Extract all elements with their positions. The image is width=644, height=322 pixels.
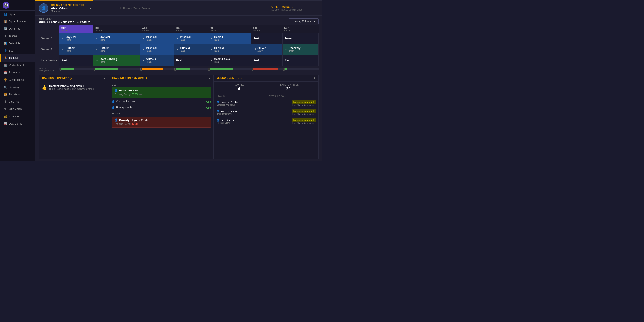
- session-cell-day2-s2[interactable]: ▲ Outfield Team: [93, 44, 140, 55]
- manager-dropdown[interactable]: ▼: [87, 7, 94, 10]
- session-cell-day4-s3[interactable]: Rest: [174, 55, 208, 66]
- sidebar-item-transfers[interactable]: 🔁 Transfers: [0, 91, 35, 98]
- risk-expand-icon[interactable]: ▼: [285, 95, 287, 98]
- sidebar-item-club-vision[interactable]: 👁 Club Vision: [0, 106, 35, 113]
- medical-table-header: PLAYER ⬆ OVERALL RISK ▼: [214, 94, 318, 99]
- mid-player-name: Heung-Min Son: [116, 106, 134, 109]
- training-responsibilities: 👤 TRAINING RESPONSIBILITIES Alex Mitton …: [36, 1, 322, 16]
- sidebar-icon-tactics: ♟: [4, 34, 7, 38]
- sidebar-item-training[interactable]: 🏃 Training: [0, 54, 35, 62]
- session-sub: Team: [289, 50, 300, 52]
- tactic-selector[interactable]: No Primary Tactic Selected: [119, 4, 264, 13]
- session-name: Physical: [146, 46, 157, 50]
- training-calendar-button[interactable]: Training Calendar ❯: [289, 18, 318, 24]
- session-icon: ▲: [210, 48, 213, 51]
- worst-rating-val: 6.60: [132, 122, 138, 126]
- sidebar-item-squad[interactable]: 👥 Squad: [0, 10, 35, 18]
- session-cell-day5-s3[interactable]: ▲ Match Focus Team: [208, 55, 251, 66]
- happiness-icon: 👍: [42, 85, 47, 90]
- session-cell-day7-s2[interactable]: ↔ Recovery Team: [282, 44, 318, 55]
- mid-player-rating: 7.60: [206, 106, 211, 109]
- worst-player-card: 👤 Brooklyn Lyons-Foster Training Rating …: [112, 116, 211, 128]
- worst-rating-row: Training Rating 6.60 —: [115, 122, 208, 126]
- other-tactics-text: No other Tactics being trained: [271, 8, 318, 11]
- sidebar-icon-finances: 💰: [4, 115, 7, 118]
- session-icon: ↔: [285, 48, 288, 51]
- session-name: Team Bonding: [100, 58, 117, 60]
- sidebar-label-medical-centre: Medical Centre: [9, 64, 26, 67]
- session-cell-day5-s2[interactable]: ▲ Outfield Team: [208, 44, 251, 55]
- performance-header: TRAINING PERFORMANCE ❯ ▼: [109, 75, 214, 82]
- week-title: PRE-SEASON - NORMAL - EARLY: [39, 20, 90, 24]
- session-label-3: Extra Session: [39, 55, 59, 66]
- session-cell-day3-s3[interactable]: ▲ Outfield Team: [140, 55, 174, 66]
- session-cell-day4-s1[interactable]: ▲ Physical Team: [174, 33, 208, 44]
- session-cell-day2-s3[interactable]: ↔ Team Bonding Team: [93, 55, 140, 66]
- performance-title[interactable]: TRAINING PERFORMANCE ❯: [112, 77, 147, 80]
- session-sub: Team: [100, 61, 117, 63]
- sidebar-item-scouting[interactable]: 🔍 Scouting: [0, 84, 35, 91]
- at-risk-label: PLAYERS AT RISK: [279, 84, 298, 86]
- session-cell-day7-s3[interactable]: Rest: [282, 55, 318, 66]
- session-name: Rest: [253, 37, 259, 40]
- intensity-bar-day6: [251, 66, 282, 72]
- day-header-thu: Thu6th Jul: [174, 25, 208, 33]
- session-name: SC Verl: [258, 46, 266, 50]
- day-header-sat: Sat8th Jul: [251, 25, 282, 33]
- sidebar-icon-transfers: 🔁: [4, 93, 7, 96]
- happiness-detail: Hugo Lloris, Eric Dier and twenty-six ot…: [49, 88, 94, 90]
- sidebar-item-staff[interactable]: 👤 Staff: [0, 47, 35, 54]
- session-cell-day2-s1[interactable]: ▲ Physical Team: [93, 33, 140, 44]
- session-label-2: Session 2: [39, 44, 59, 55]
- sidebar-item-club-info[interactable]: ℹ Club Info: [0, 98, 35, 106]
- session-cell-day6-s1[interactable]: Rest: [251, 33, 282, 44]
- session-label-1: Session 1: [39, 33, 59, 44]
- session-cell-day5-s1[interactable]: ▲ Overall Team: [208, 33, 251, 44]
- happiness-title[interactable]: TRAINING HAPPINESS ❯: [42, 77, 72, 80]
- session-cell-day6-s2[interactable]: 🛡 SC Verl Away: [251, 44, 282, 55]
- risk-row-1: 👤 Yves Bissouma Important Player Increas…: [214, 108, 318, 117]
- session-cell-day1-s1[interactable]: ▲ Physical Team: [59, 33, 93, 44]
- session-sub: Team: [66, 50, 75, 52]
- sidebar-label-squad: Squad: [9, 13, 16, 16]
- manager-name: Alex Mitton: [51, 6, 84, 10]
- sidebar-label-competitions: Competitions: [9, 78, 24, 81]
- session-cell-day1-s2[interactable]: ▲ Outfield Team: [59, 44, 93, 55]
- risk-badge: Increased injury risk: [292, 109, 316, 113]
- player-icon-mid: 👤: [112, 100, 115, 103]
- session-cell-day4-s2[interactable]: ▲ Outfield Team: [174, 44, 208, 55]
- medical-expand[interactable]: ▼: [313, 77, 316, 80]
- sidebar-item-competitions[interactable]: 🏆 Competitions: [0, 76, 35, 84]
- sidebar-item-tactics[interactable]: ♟ Tactics: [0, 32, 35, 40]
- sidebar-item-schedule[interactable]: 📅 Schedule: [0, 69, 35, 76]
- session-sub: Away: [258, 50, 266, 52]
- day-header-wed: Wed5th Jul: [140, 25, 174, 33]
- sidebar-item-squad-planner[interactable]: 📋 Squad Planner: [0, 18, 35, 25]
- medical-title[interactable]: MEDICAL CENTRE ❯: [216, 77, 242, 80]
- session-icon: ▲: [142, 59, 145, 62]
- session-cell-day3-s2[interactable]: ▲ Physical Team: [140, 44, 174, 55]
- risk-badge: Increased injury risk: [292, 100, 316, 104]
- session-cell-day7-s1[interactable]: Travel: [282, 33, 318, 44]
- best-rating-dash: —: [139, 93, 142, 96]
- session-name: Rest: [62, 59, 67, 62]
- happiness-collapse[interactable]: ▼: [103, 77, 106, 80]
- session-cell-day3-s1[interactable]: ▲ Physical Team: [140, 33, 174, 44]
- other-tactics-label[interactable]: OTHER TACTICS ❯: [271, 6, 318, 8]
- session-cell-day1-s3[interactable]: Rest: [59, 55, 93, 66]
- sidebar-item-dev-centre[interactable]: 📈 Dev. Centre: [0, 120, 35, 127]
- this-week-label: THIS WEEK: [39, 18, 90, 20]
- tr-divider: [115, 4, 115, 13]
- performance-collapse[interactable]: ▼: [208, 77, 211, 80]
- training-happiness-panel: TRAINING HAPPINESS ❯ ▼ 👍 Content with tr…: [39, 75, 109, 159]
- sidebar-item-data-hub[interactable]: 📊 Data Hub: [0, 40, 35, 47]
- sidebar-item-dynamics[interactable]: 🔄 Dynamics: [0, 25, 35, 32]
- session-cell-day6-s3[interactable]: Rest: [251, 55, 282, 66]
- session-name: Rest: [285, 59, 290, 62]
- sidebar-item-finances[interactable]: 💰 Finances: [0, 113, 35, 120]
- manager-info: TRAINING RESPONSIBILITIES Alex Mitton Ma…: [51, 4, 84, 12]
- sidebar-item-medical-centre[interactable]: 🏥 Medical Centre: [0, 62, 35, 69]
- injuries-label: INJURIES: [234, 84, 244, 86]
- training-grid: Mon3rd JulTue4th JulWed5th JulThu6th Jul…: [36, 25, 322, 75]
- session-icon: ▲: [142, 48, 145, 51]
